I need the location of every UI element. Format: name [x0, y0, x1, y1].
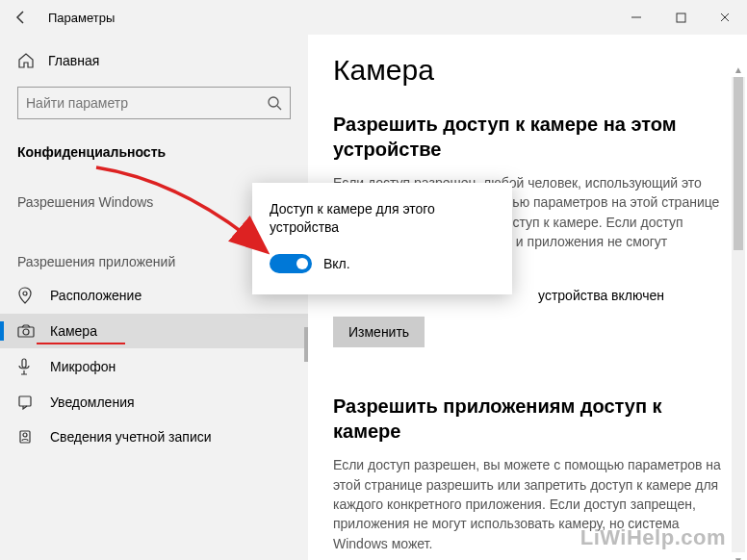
section-allow-apps: Разрешить приложениям доступ к камере: [333, 394, 722, 444]
svg-point-4: [23, 329, 29, 335]
window-title: Параметры: [48, 11, 115, 25]
section-allow-device: Разрешить доступ к камере на этом устрой…: [333, 112, 722, 162]
search-input[interactable]: [26, 95, 267, 111]
popup-title: Доступ к камере для этого устройства: [270, 200, 495, 237]
watermark: LiWiHelp.com: [580, 525, 726, 550]
arrow-left-icon: [13, 10, 29, 25]
svg-point-8: [23, 433, 27, 437]
scroll-down-icon[interactable]: ▼: [732, 552, 745, 560]
content-pane: Камера Разрешить доступ к камере на этом…: [308, 35, 747, 560]
sidebar-item-label: Расположение: [50, 288, 142, 303]
nav-home-label: Главная: [48, 53, 99, 68]
sidebar-item-label: Уведомления: [50, 395, 135, 410]
svg-rect-5: [22, 359, 26, 368]
device-access-toggle[interactable]: [270, 254, 312, 273]
minimize-icon: [631, 12, 642, 23]
device-access-toggle-label: Вкл.: [323, 256, 350, 271]
svg-point-2: [23, 292, 27, 295]
close-icon: [719, 12, 731, 23]
close-button[interactable]: [703, 0, 747, 35]
back-button[interactable]: [0, 0, 42, 35]
sidebar-item-microphone[interactable]: Микрофон: [0, 348, 308, 385]
change-button[interactable]: Изменить: [333, 317, 425, 347]
scrollbar-thumb[interactable]: [734, 77, 743, 250]
svg-point-1: [269, 97, 278, 107]
account-icon: [17, 429, 35, 445]
sidebar-item-account[interactable]: Сведения учетной записи: [0, 420, 308, 454]
camera-icon: [17, 324, 35, 338]
sidebar-item-label: Сведения учетной записи: [50, 429, 212, 445]
svg-rect-0: [677, 13, 685, 22]
nav-home[interactable]: Главная: [0, 44, 308, 77]
microphone-icon: [17, 358, 35, 375]
sidebar-item-label: Камера: [50, 323, 97, 339]
sidebar-section-privacy: Конфиденциальность: [0, 133, 308, 169]
search-icon: [267, 95, 282, 111]
scroll-up-icon[interactable]: ▲: [732, 62, 745, 77]
search-box[interactable]: [17, 87, 291, 119]
minimize-button[interactable]: [614, 0, 658, 35]
maximize-button[interactable]: [658, 0, 703, 35]
notifications-icon: [17, 395, 35, 410]
annotation-underline: [37, 343, 125, 344]
sidebar-item-camera[interactable]: Камера: [0, 314, 308, 348]
svg-rect-6: [19, 396, 31, 406]
home-icon: [17, 52, 35, 69]
content-scrollbar[interactable]: ▲ ▼: [732, 77, 745, 552]
location-icon: [17, 287, 35, 304]
sidebar-item-label: Микрофон: [50, 359, 116, 374]
sidebar-item-notifications[interactable]: Уведомления: [0, 385, 308, 420]
sidebar: Главная Конфиденциальность Разрешения Wi…: [0, 35, 308, 560]
maximize-icon: [676, 13, 686, 23]
camera-access-popup: Доступ к камере для этого устройства Вкл…: [252, 183, 512, 294]
titlebar: Параметры: [0, 0, 747, 35]
page-title: Камера: [333, 54, 722, 87]
